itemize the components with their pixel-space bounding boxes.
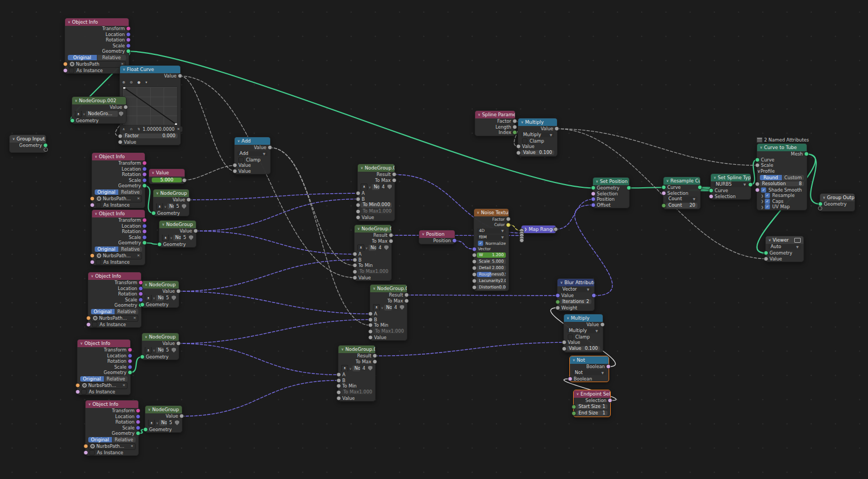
checkbox-as-instance[interactable] <box>81 389 87 395</box>
dropdown-not[interactable]: Not▼ <box>573 370 606 376</box>
delete-point-icon[interactable]: ✕ <box>175 126 182 132</box>
socket-oi1-2[interactable] <box>126 38 131 43</box>
node-header[interactable]: ∨NodeGroup <box>153 189 189 197</box>
node-oi6[interactable]: ∨Object InfoTransformLocationRotationSca… <box>85 400 139 456</box>
curve-widget[interactable] <box>123 87 178 125</box>
nodegroup-name-field[interactable]: Nod... <box>159 420 166 426</box>
point-x-field[interactable]: 1.0000 <box>143 126 159 132</box>
socket-ng1.out[interactable] <box>186 198 191 202</box>
node-go[interactable]: ∨Group OutputGeometry <box>820 193 855 212</box>
socket-oi5-0[interactable] <box>128 348 132 353</box>
user-count-badge[interactable]: 5 <box>165 295 171 301</box>
socket-sp2.gout[interactable] <box>626 186 631 191</box>
node-not[interactable]: ∨NotBooleanNot▼Boolean <box>569 356 609 382</box>
node-header[interactable]: ∨NodeGroup.001 <box>370 285 407 292</box>
segment-button-relative[interactable]: Relative <box>112 437 136 442</box>
socket-ng2.out[interactable] <box>193 229 198 234</box>
node-val[interactable]: ∨Value5.000 <box>149 168 185 184</box>
socket-nt-9[interactable] <box>472 272 477 277</box>
number-field-to-max[interactable]: To Max1.000 <box>361 209 392 214</box>
socket-oi6.ge[interactable] <box>136 431 140 436</box>
collapse-chevron-icon[interactable]: ∨ <box>422 230 425 238</box>
socket-oi3-3[interactable] <box>142 235 147 240</box>
socket-ng001d.val[interactable] <box>336 396 341 400</box>
shield-icon[interactable] <box>384 245 389 250</box>
options-icon[interactable]: ● <box>135 80 143 85</box>
checkbox-uv-map[interactable]: ✓ <box>765 204 770 209</box>
collapse-chevron-icon[interactable]: ∨ <box>357 225 360 233</box>
socket-sp2.pos[interactable] <box>591 197 596 202</box>
socket-oi5-2[interactable] <box>128 359 132 364</box>
node-ctt[interactable]: ∨Curve to TubeMeshCurveScale∨ProfileRoun… <box>757 143 807 210</box>
collapse-chevron-icon[interactable]: ∨ <box>95 210 97 217</box>
node-header[interactable]: ∨Viewer <box>766 236 803 244</box>
collapse-chevron-icon[interactable]: ❯ <box>524 226 527 233</box>
checkbox-as-instance[interactable] <box>69 68 74 73</box>
zoom-in-icon[interactable]: ⊕ <box>120 80 128 85</box>
number-field-to-min[interactable]: To Min0.000 <box>361 202 392 208</box>
segment-button-original[interactable]: Original <box>88 437 112 442</box>
close-icon[interactable]: ✕ <box>137 196 140 201</box>
number-field-count[interactable]: Count20 <box>666 203 697 208</box>
socket-vw.val[interactable] <box>764 256 768 261</box>
socket-ng5.out[interactable] <box>179 414 184 419</box>
number-field-value[interactable]: Value0.100 <box>567 346 600 351</box>
socket-not.out[interactable] <box>606 364 611 369</box>
socket-mr-in-4[interactable] <box>519 238 524 243</box>
shield-icon[interactable] <box>400 305 404 310</box>
socket-ng002.out[interactable] <box>123 105 128 110</box>
socket-ctt.curve[interactable] <box>755 157 760 162</box>
checkbox-caps[interactable]: ✓ <box>765 199 770 204</box>
dropdown-multiply[interactable]: Multiply▼ <box>521 132 554 138</box>
segment-button-relative[interactable]: Relative <box>119 246 143 252</box>
socket-ng001c-6[interactable] <box>368 329 373 334</box>
socket-ng001d.a[interactable] <box>336 372 341 377</box>
socket-oi4-2[interactable] <box>138 292 143 297</box>
value-slider[interactable]: 5.000 <box>152 178 182 183</box>
collapse-chevron-icon[interactable]: ∨ <box>148 406 151 413</box>
number-field-factor[interactable]: Factor0.000 <box>123 133 178 139</box>
node-rc[interactable]: ∨Resample CurveCurveSelectionCount▼Count… <box>663 177 701 209</box>
dropdown-vector[interactable]: Vector▼ <box>560 287 591 292</box>
socket-m1.out[interactable] <box>554 126 559 131</box>
socket-oi5-7[interactable] <box>75 389 80 394</box>
chevron-down-icon[interactable]: ∨ <box>153 348 155 352</box>
segment-button-round[interactable]: Round <box>760 175 782 180</box>
node-header[interactable]: ∨Noise Texture <box>474 209 509 216</box>
collapse-chevron-icon[interactable]: ∨ <box>373 285 376 292</box>
collapse-chevron-icon[interactable]: ∨ <box>88 400 91 408</box>
socket-rc.cout[interactable] <box>697 185 702 190</box>
socket-not.in[interactable] <box>568 376 573 381</box>
node-ng001b[interactable]: ∨NodeGroup.001ResultTo Maxᴥ∨Nod...4ABTo … <box>354 224 392 281</box>
chevron-down-icon[interactable]: ∨ <box>369 185 371 189</box>
number-field-distortion[interactable]: Distortion0.000 <box>477 285 506 290</box>
collapse-chevron-icon[interactable]: ∨ <box>573 356 575 364</box>
checkbox-as-instance[interactable] <box>92 322 97 327</box>
socket-ng001b.val[interactable] <box>352 275 357 280</box>
expand-chevron-icon[interactable]: ❯ <box>761 199 764 203</box>
socket-ng4.geo[interactable] <box>140 354 145 359</box>
object-selector[interactable]: NurbsPath...✕ <box>95 252 142 259</box>
socket-oi2-7[interactable] <box>90 202 95 207</box>
checkbox-clamp[interactable] <box>568 334 573 340</box>
nodegroup-name-field[interactable]: Nod... <box>352 365 359 371</box>
node-sp[interactable]: ∨Spline ParameterFactorLengthIndex <box>475 110 516 136</box>
node-header[interactable]: ❯Map Range <box>521 226 556 233</box>
socket-oi6-1[interactable] <box>136 414 140 419</box>
dropdown-multiply[interactable]: Multiply▼ <box>567 328 600 334</box>
node-header[interactable]: ∨Multiply <box>518 118 557 126</box>
node-header[interactable]: ∨NodeGroup <box>159 221 196 228</box>
node-editor-canvas[interactable]: ∨Object InfoTransformLocationRotationSca… <box>0 0 868 479</box>
socket-ng001c.tmaxo[interactable] <box>404 298 409 303</box>
socket-nt-7[interactable] <box>472 259 477 264</box>
socket-add.a[interactable] <box>232 163 237 168</box>
socket-oi1-0[interactable] <box>126 26 131 31</box>
chevron-down-icon[interactable]: ∨ <box>349 367 351 370</box>
node-header[interactable]: ∨NodeGroup.001 <box>355 225 391 233</box>
node-gi[interactable]: ∨Group InputGeometry <box>9 135 46 153</box>
checkbox-as-instance[interactable] <box>89 450 95 455</box>
checkbox-shade-smooth[interactable]: ✓ <box>761 187 766 193</box>
node-ng3[interactable]: ∨NodeGroupValueᴥ∨Nod...5Geometry <box>142 280 179 308</box>
socket-fc.fac[interactable] <box>118 133 123 138</box>
segment-button-relative[interactable]: Relative <box>119 189 143 195</box>
